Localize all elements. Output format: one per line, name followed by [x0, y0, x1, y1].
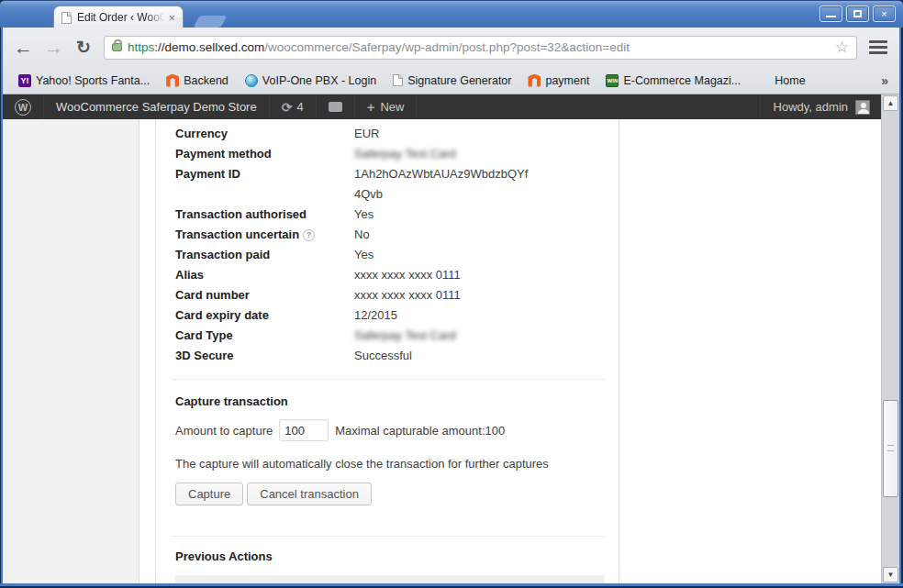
bookmark-voip-one[interactable]: VoIP-One PBX - Login: [245, 74, 376, 87]
previous-actions-header-row: Date Action Message: [175, 575, 605, 583]
detail-row: Transaction authorisedYes: [175, 205, 605, 225]
window-frame: [899, 28, 903, 588]
update-count: 4: [296, 100, 303, 114]
bookmark-backend[interactable]: Backend: [166, 74, 229, 87]
saferpay-transaction-metabox: CurrencyEUR Payment methodSaferpay Test …: [155, 119, 619, 583]
wp-admin-page: CurrencyEUR Payment methodSaferpay Test …: [3, 119, 881, 583]
adminbar-updates[interactable]: ⟳ 4: [270, 94, 317, 119]
amount-to-capture-input[interactable]: [279, 419, 329, 441]
cancel-transaction-button[interactable]: Cancel transaction: [247, 483, 372, 505]
yahoo-icon: Y!: [18, 74, 31, 87]
ssl-lock-icon: [112, 43, 122, 51]
amount-to-capture-label: Amount to capture: [175, 424, 273, 438]
help-icon[interactable]: ?: [303, 229, 315, 241]
window-close-button[interactable]: ×: [873, 6, 896, 22]
reload-icon[interactable]: ↻: [76, 37, 91, 58]
detail-row: Transaction paidYes: [175, 245, 605, 265]
adminbar-new-menu[interactable]: + New: [355, 94, 418, 119]
bookmark-star-icon[interactable]: ☆: [835, 38, 849, 57]
bookmark-signature-generator[interactable]: Signature Generator: [393, 74, 511, 87]
scroll-up-icon[interactable]: ▲: [883, 95, 898, 111]
detail-row: Card expiry date12/2015: [175, 305, 605, 326]
adminbar-site-name[interactable]: WooCommerce Saferpay Demo Store: [44, 94, 270, 119]
detail-row: Payment ID1Ah2hOAzWbtAUAz9WbdzbQYf4Qvb: [175, 164, 605, 205]
url-text: https://demo.sellxed.com/woocommerce/Saf…: [128, 40, 830, 54]
window-maximize-button[interactable]: [846, 6, 869, 22]
max-capturable-label: Maximal capturable amount:100: [335, 424, 505, 438]
magento-icon: [166, 74, 179, 87]
wordpress-logo-icon: W: [15, 99, 31, 116]
window-frame: [0, 583, 903, 588]
browser-tab[interactable]: Edit Order ‹ WooCommerc ×: [53, 6, 184, 28]
detail-row: Card TypeSaferpay Test Card: [175, 326, 605, 346]
new-tab-button[interactable]: [194, 16, 228, 28]
wp-admin-bar: W WooCommerce Saferpay Demo Store ⟳ 4 + …: [3, 94, 881, 119]
blurred-value: Saferpay Test Card: [354, 326, 456, 346]
divider: [172, 379, 605, 380]
previous-actions-title: Previous Actions: [175, 549, 605, 563]
forward-icon[interactable]: →: [44, 38, 63, 57]
tab-favicon-page-icon: [61, 12, 72, 24]
detail-row: Aliasxxxx xxxx xxxx 0111: [175, 265, 605, 285]
plus-icon: +: [367, 99, 375, 115]
browser-window: Edit Order ‹ WooCommerc × × ← → ↻ https:…: [0, 0, 903, 588]
detail-row: 3D SecureSuccessful: [175, 346, 605, 366]
new-label: New: [380, 100, 404, 114]
capture-note: The capture will automatically close the…: [175, 457, 605, 471]
browser-viewport: W WooCommerce Saferpay Demo Store ⟳ 4 + …: [3, 94, 899, 583]
detail-row: Payment methodSaferpay Test Card: [175, 144, 605, 164]
adminbar-account-menu[interactable]: Howdy, admin: [760, 94, 881, 119]
vertical-scrollbar[interactable]: ▲ ▼: [881, 94, 899, 583]
tab-title: Edit Order ‹ WooCommerc: [77, 11, 166, 24]
window-minimize-button[interactable]: [819, 6, 842, 22]
capture-button[interactable]: Capture: [175, 483, 243, 505]
address-bar[interactable]: https://demo.sellxed.com/woocommerce/Saf…: [104, 36, 857, 60]
avatar: [855, 100, 870, 115]
url-host: ://demo.sellxed.com: [154, 40, 264, 54]
browser-menu-icon[interactable]: [866, 38, 890, 58]
detail-row: Card numberxxxx xxxx xxxx 0111: [175, 285, 605, 305]
page-icon: [393, 74, 403, 86]
url-scheme: https: [128, 40, 154, 54]
detail-row: Transaction uncertain?No: [175, 225, 605, 245]
bookmark-home[interactable]: Home: [757, 74, 805, 87]
bookmark-ecommerce-magazine[interactable]: WIN Home E-Commerce Magazi...: [606, 74, 741, 87]
wp-logo-menu[interactable]: W: [3, 94, 44, 119]
blurred-value: Saferpay Test Card: [354, 144, 456, 164]
adminbar-comments[interactable]: [317, 94, 355, 119]
bookmarks-overflow-icon[interactable]: »: [881, 73, 892, 88]
back-icon[interactable]: ←: [14, 38, 33, 57]
tab-close-icon[interactable]: ×: [166, 11, 177, 25]
howdy-text: Howdy, admin: [774, 100, 848, 114]
scrollbar-thumb[interactable]: [883, 400, 898, 497]
capture-section-title: Capture transaction: [175, 394, 605, 408]
bookmark-payment[interactable]: payment: [528, 74, 589, 87]
window-frame: [0, 28, 3, 588]
win-icon: WIN: [606, 74, 619, 87]
comment-bubble-icon: [329, 102, 342, 112]
magento-icon: [528, 74, 541, 87]
update-icon: ⟳: [282, 100, 293, 115]
browser-toolbar: ← → ↻ https://demo.sellxed.com/woocommer…: [3, 28, 899, 67]
url-path: /woocommerce/Saferpay/wp-admin/post.php?…: [264, 40, 630, 54]
dots-grid-icon: [757, 74, 770, 87]
detail-row: CurrencyEUR: [175, 124, 605, 144]
divider: [172, 536, 605, 537]
titlebar: Edit Order ‹ WooCommerc × ×: [0, 0, 903, 28]
bookmarks-bar: Y! Yahoo! Sports Fanta... Backend VoIP-O…: [3, 67, 899, 94]
bookmark-yahoo[interactable]: Y! Yahoo! Sports Fanta...: [18, 74, 150, 87]
scroll-down-icon[interactable]: ▼: [883, 567, 898, 582]
voip-one-icon: [245, 74, 258, 87]
